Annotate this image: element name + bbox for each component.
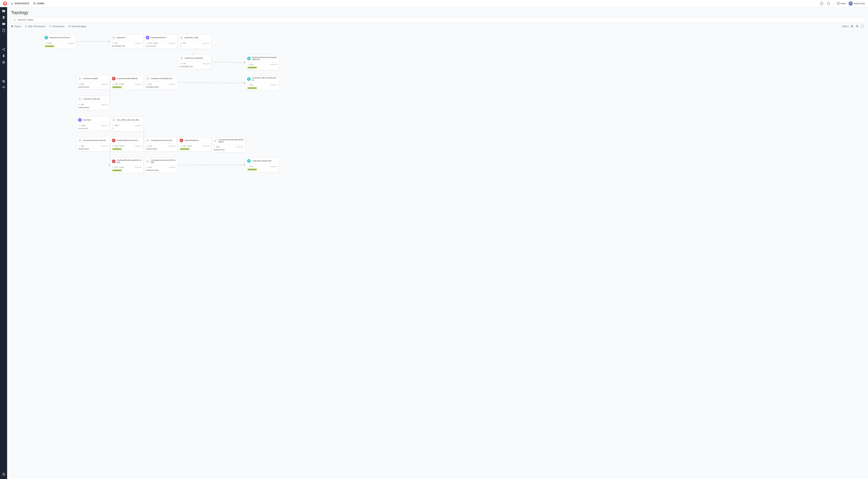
status-badge: RUNNING xyxy=(247,87,257,89)
user-avatar: A xyxy=(848,1,853,6)
node-body: 22 inmsgs/sec xyxy=(111,123,144,131)
search-icon xyxy=(13,19,16,21)
metrics-unit: msgs/sec xyxy=(203,145,210,147)
metrics-unit: msgs/sec xyxy=(101,145,108,147)
node-header: Car.speed.events.asJSON xyxy=(76,137,110,144)
node-title: SuspiciousPayments.DynamoDB.Sinl xyxy=(252,56,277,61)
node-n21[interactable]: CarEvents.asKph.Sink0 inmsgs/secRUNNING xyxy=(245,158,279,172)
node-body: 0 inmsgs/secSTRING/AVRO xyxy=(144,82,178,90)
node-header: payments_xchg xyxy=(178,34,211,41)
node-n13[interactable]: nyc_yellow_taxi_trip_data22 inmsgs/sec xyxy=(110,117,144,131)
metrics-unit: msgs/sec xyxy=(168,83,176,85)
user-name: AdminLike xyxy=(854,2,865,5)
zoom-in-button[interactable] xyxy=(850,25,854,28)
filter-sql[interactable]: SQL Processors xyxy=(25,25,45,28)
metrics-unit: msgs/sec xyxy=(101,83,108,85)
node-body: 0 outmsgs/secRUNNING xyxy=(43,41,76,49)
sidebar-layers-icon[interactable] xyxy=(2,16,5,19)
topology-canvas[interactable]: Payments.Excel.Source0 outmsgs/secRUNNIN… xyxy=(7,33,868,479)
node-n7[interactable]: Customer.DetailsN/Amsgs/secAVRO/AVRO xyxy=(76,75,110,90)
node-n6[interactable]: SuspiciousPayments.DynamoDB.Sinl0 inmsgs… xyxy=(245,55,279,70)
node-n5[interactable]: suspicious_payments0 inmsgs/secBYTES/BYT… xyxy=(178,55,212,69)
node-n16[interactable]: Car.speed.events.asAvro0 inmsgs/secAVRO/… xyxy=(144,137,178,152)
node-body: N/Amsgs/secAVRO/AVRO xyxy=(76,102,110,110)
nav-workspace[interactable]: WORKSPACE xyxy=(11,2,29,5)
sidebar-folder-icon[interactable] xyxy=(2,9,5,13)
nav-admin[interactable]: ADMIN xyxy=(33,2,44,5)
sidebar-doc-icon[interactable] xyxy=(2,29,5,32)
app-icon xyxy=(146,36,149,39)
node-n17[interactable]: SpeedViolations0 in - 0 outmsgs/secRUNNI… xyxy=(178,137,212,152)
svg-rect-19 xyxy=(147,37,148,38)
format-label: AVRO/AVRO xyxy=(78,106,89,109)
node-title: trips-feed xyxy=(83,119,91,121)
bolt-icon xyxy=(25,25,27,27)
stream-icon xyxy=(180,36,183,39)
svg-point-8 xyxy=(2,61,5,64)
node-n4[interactable]: payments_xchg0 inmsgs/sec xyxy=(178,34,212,49)
sidebar-share-icon[interactable] xyxy=(2,47,5,51)
node-n10[interactable]: Customer.call.details.info0 inmsgs/secST… xyxy=(144,75,178,90)
node-n14[interactable]: Car.speed.events.asJSONN/Amsgs/secJSON/J… xyxy=(76,137,110,152)
node-n19[interactable]: CarSpeedEvents.asJSON.toKph0 in - 0 outm… xyxy=(110,158,144,173)
notifications-icon[interactable] xyxy=(827,1,831,5)
svg-point-13 xyxy=(3,88,4,89)
help-link[interactable]: Help xyxy=(837,2,845,5)
sidebar-id-icon[interactable] xyxy=(2,22,5,26)
node-body: 0 in - 0 outmsgs/secRUNNING xyxy=(111,82,144,90)
node-header: CarEvents.asKph.Sink xyxy=(246,158,279,164)
node-metric: 0 in xyxy=(247,84,253,86)
metrics-unit: msgs/sec xyxy=(101,104,108,106)
search-input[interactable] xyxy=(18,18,862,21)
metrics-unit: msgs/sec xyxy=(270,84,277,86)
filter-apps[interactable]: External Apps xyxy=(68,25,86,28)
sidebar-lens-icon[interactable] xyxy=(2,61,5,64)
status-badge: RUNNING xyxy=(112,86,122,88)
node-n8[interactable]: CustomerCallDetailsInfo0 in - 0 outmsgs/… xyxy=(110,75,144,90)
node-n15[interactable]: CarSpeedEvents.asAvro0 in - 0 outmsgs/se… xyxy=(110,137,144,152)
sidebar-dashboard-icon[interactable] xyxy=(2,86,5,90)
filter-topics[interactable]: Topics xyxy=(11,25,21,28)
search-box[interactable] xyxy=(11,17,864,23)
format-label: AVRO/AVRO xyxy=(78,86,89,88)
status-check-icon[interactable] xyxy=(820,1,824,5)
stream-icon xyxy=(146,138,149,142)
connector-icon xyxy=(49,25,51,27)
node-title: CarSpeedEvents.asAvro xyxy=(117,139,138,141)
node-n11[interactable]: Customer.calls.S3.SinkArchive0 inmsgs/se… xyxy=(245,75,279,91)
connector-icon xyxy=(44,36,48,39)
node-metric: 0 out xyxy=(78,124,85,127)
stream-icon xyxy=(78,97,82,101)
node-metric: N/A xyxy=(78,83,84,85)
node-title: Customer.call.details.info xyxy=(151,77,172,79)
node-header: Payments.Excel.Source xyxy=(43,34,76,41)
metrics-unit: msgs/sec xyxy=(203,63,210,65)
node-n9[interactable]: Customer.Calls.InfoN/Amsgs/secAVRO/AVRO xyxy=(76,96,110,110)
format-label: BYTES/BYTES xyxy=(112,45,125,47)
node-n2[interactable]: payments0 inmsgs/secBYTES/BYTES xyxy=(110,34,144,49)
filter-apps-label: External Apps xyxy=(71,25,86,28)
user-menu[interactable]: A AdminLike xyxy=(848,1,865,6)
node-n12[interactable]: trips-feed0 outmsgs/secUNKNOWN xyxy=(76,117,110,131)
node-body: 0 inmsgs/secBYTES/BYTES xyxy=(178,61,211,69)
zoom-out-button[interactable] xyxy=(856,25,859,28)
node-metric: 0 in - 0 out xyxy=(180,145,192,147)
node-n1[interactable]: Payments.Excel.Source0 outmsgs/secRUNNIN… xyxy=(43,34,76,49)
node-n20[interactable]: Car.speed.events.asJSON.toKph0 inmsgs/se… xyxy=(144,158,178,173)
status-badge: RUNNING xyxy=(112,169,122,171)
sidebar-sliders-icon[interactable] xyxy=(2,79,5,83)
sidebar-collapse-icon[interactable] xyxy=(2,473,5,476)
metrics-unit: msgs/sec xyxy=(236,146,244,148)
node-n18[interactable]: Car.speed.events.withoutViolationsN/Amsg… xyxy=(212,137,245,152)
filter-connectors[interactable]: Connectors xyxy=(49,25,64,28)
fullscreen-button[interactable] xyxy=(861,25,864,28)
sidebar xyxy=(0,7,7,479)
node-metric: 0 in - 0 out xyxy=(112,145,124,147)
sidebar-plugin-icon[interactable] xyxy=(2,54,5,58)
node-header: Car.speed.events.asJSON.toKph xyxy=(144,158,178,165)
metrics-unit: msgs/sec xyxy=(135,145,142,147)
node-body: 0 in - 0 outmsgs/secRUNNING xyxy=(111,144,144,152)
node-header: Customer.Details xyxy=(76,75,110,82)
node-n3[interactable]: PaymentsService0 in - 0 outmsgs/secUNKNO… xyxy=(144,34,178,49)
app-logo-icon[interactable] xyxy=(3,1,7,6)
